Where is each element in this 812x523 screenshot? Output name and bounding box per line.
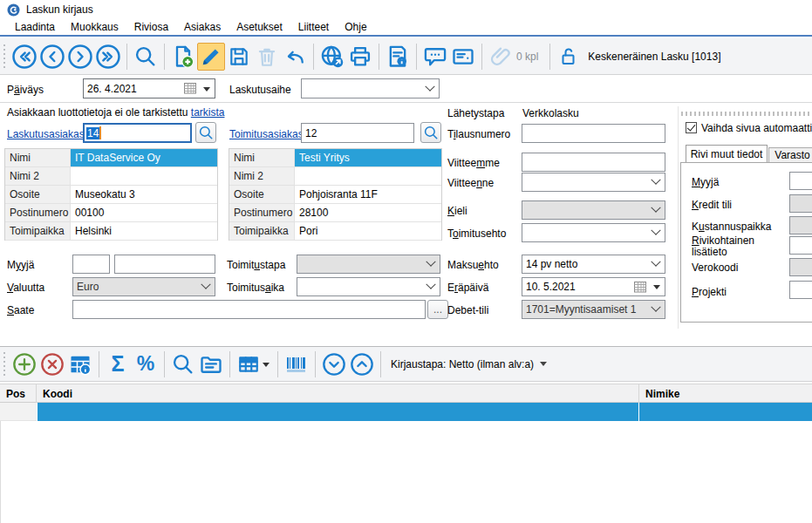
toimitustapa-label: Toimitustapa xyxy=(227,259,285,271)
send-invoice-letter-button[interactable] xyxy=(449,43,477,71)
toimitusasiakas-link[interactable]: Toimitusasiakas xyxy=(229,128,304,140)
search-invoice-button[interactable] xyxy=(132,43,160,71)
erapaiva-date-field[interactable]: 10. 5.2021 xyxy=(522,277,665,296)
erapaiva-value: 10. 5.2021 xyxy=(526,281,576,293)
chevron-down-icon xyxy=(201,280,210,289)
tilausnumero-input[interactable] xyxy=(522,124,665,143)
new-invoice-button[interactable] xyxy=(169,43,197,71)
menu-asetukset[interactable]: Asetukset xyxy=(229,19,290,35)
undo-button[interactable] xyxy=(281,43,309,71)
send-online-button[interactable] xyxy=(318,43,346,71)
toimitusaika-dropdown[interactable] xyxy=(297,277,440,296)
menu-muokkaus[interactable]: Muokkaus xyxy=(63,19,126,35)
auto-page-checkbox[interactable] xyxy=(686,122,697,133)
lock-status-button[interactable] xyxy=(555,43,583,71)
viitteemme-label: Viitteemme xyxy=(447,157,500,169)
projekti-input[interactable] xyxy=(789,281,812,299)
row-koodi-cell[interactable] xyxy=(38,403,638,421)
last-record-button[interactable] xyxy=(94,43,122,71)
paivays-date-field[interactable]: 26. 4.2021 xyxy=(83,78,215,98)
menu-riviosa[interactable]: Riviosa xyxy=(126,19,176,35)
kirjaustapa-dropdown[interactable]: Kirjaustapa: Netto (ilman alv:a) xyxy=(391,358,547,370)
grid-view-button[interactable] xyxy=(235,350,263,378)
saate-browse-button[interactable]: ... xyxy=(427,300,448,319)
column-header-pos[interactable]: Pos xyxy=(0,384,37,403)
laskutusasiakas-search-button[interactable] xyxy=(195,122,216,143)
row-value: Pori xyxy=(295,222,441,240)
print-preview-button[interactable] xyxy=(384,43,412,71)
envelope-icon xyxy=(451,44,475,69)
tab-varasto[interactable]: Varasto xyxy=(768,147,812,162)
valuutta-value: Euro xyxy=(77,281,99,293)
splitter-handle[interactable] xyxy=(681,112,812,116)
row-nimike-cell[interactable] xyxy=(639,403,812,421)
row-info-button[interactable] xyxy=(66,350,94,378)
kieli-dropdown[interactable] xyxy=(522,200,665,220)
grid-view-dropdown-arrow[interactable] xyxy=(263,363,270,367)
sum-button[interactable]: Σ xyxy=(104,350,132,378)
selected-invoice-row[interactable] xyxy=(0,403,812,421)
attachments-button[interactable] xyxy=(487,43,515,71)
date-dropdown-arrow[interactable] xyxy=(653,285,660,289)
verokoodi-input[interactable] xyxy=(789,258,812,276)
grid-left-border xyxy=(0,421,1,523)
myyja-name-input[interactable] xyxy=(114,255,215,274)
tab-rivi-muut-tiedot[interactable]: Rivi muut tiedot xyxy=(686,145,768,162)
table-row: Postinumero28100 xyxy=(229,204,441,222)
barcode-button[interactable] xyxy=(283,350,310,378)
first-record-button[interactable] xyxy=(10,43,38,71)
toimitusehto-dropdown[interactable] xyxy=(522,223,665,242)
laskutusaihe-dropdown[interactable] xyxy=(301,78,440,98)
panel-myyja-input[interactable] xyxy=(789,172,812,190)
saate-input[interactable] xyxy=(72,300,426,319)
menu-bar: Laadinta Muokkaus Riviosa Asiakas Asetuk… xyxy=(0,19,812,37)
viitteenne-dropdown[interactable] xyxy=(522,173,665,192)
toolbar-grip[interactable] xyxy=(3,44,6,69)
save-button[interactable] xyxy=(225,43,253,71)
table-row: Nimi 2 xyxy=(229,167,441,186)
toimitusasiakas-search-button[interactable] xyxy=(420,122,441,143)
kredit-tili-input[interactable] xyxy=(789,194,812,213)
rows-grid-header: Pos Koodi Nimike xyxy=(0,384,812,403)
percent-button[interactable]: % xyxy=(132,350,160,378)
next-record-button[interactable] xyxy=(66,43,94,71)
search-row-button[interactable] xyxy=(169,350,197,378)
laskutusasiakas-input[interactable]: 14 xyxy=(83,123,192,143)
valuutta-dropdown[interactable]: Euro xyxy=(72,277,215,296)
row-label: Osoite xyxy=(229,186,295,203)
maksuehto-dropdown[interactable]: 14 pv netto xyxy=(522,255,665,274)
paivays-value: 26. 4.2021 xyxy=(87,83,137,95)
open-product-list-button[interactable] xyxy=(197,350,225,378)
toolbar-grip[interactable] xyxy=(3,352,6,377)
debet-tili-dropdown[interactable]: 1701=Myyntisaamiset 1 xyxy=(522,300,665,319)
menu-ohje[interactable]: Ohje xyxy=(337,19,374,35)
move-row-up-button[interactable] xyxy=(348,350,376,378)
laskutusasiakas-link[interactable]: Laskutusasiakas xyxy=(7,128,85,140)
delete-row-button[interactable] xyxy=(38,350,66,378)
viitteemme-input[interactable] xyxy=(522,153,665,172)
myyja-code-input[interactable] xyxy=(72,255,110,274)
date-dropdown-arrow[interactable] xyxy=(203,87,210,92)
credit-check-link[interactable]: tarkista xyxy=(191,106,225,119)
column-header-koodi[interactable]: Koodi xyxy=(37,384,639,403)
globe-send-icon xyxy=(320,44,345,69)
menu-liitteet[interactable]: Liitteet xyxy=(290,19,337,35)
menu-asiakas[interactable]: Asiakas xyxy=(176,19,229,35)
toimitustapa-dropdown[interactable] xyxy=(297,255,440,274)
kustannuspaikka-input[interactable] xyxy=(789,216,812,234)
table-row: ToimipaikkaPori xyxy=(229,222,441,241)
invoice-rows-toolbar: Σ % Kirjaustapa: Netto (ilman alv:a) xyxy=(0,346,812,382)
add-row-button[interactable] xyxy=(10,350,38,378)
column-header-nimike[interactable]: Nimike xyxy=(639,384,812,403)
delete-button[interactable] xyxy=(253,43,281,71)
toimitusasiakas-input[interactable]: 12 xyxy=(301,123,414,143)
previous-record-button[interactable] xyxy=(38,43,66,71)
lahetystapa-label: Lähetystapa xyxy=(447,107,504,119)
print-button[interactable] xyxy=(346,43,374,71)
move-row-down-button[interactable] xyxy=(320,350,348,378)
comments-button[interactable] xyxy=(421,43,449,71)
menu-laadinta[interactable]: Laadinta xyxy=(7,19,63,35)
edit-invoice-button[interactable] xyxy=(197,43,225,71)
row-pos-cell[interactable] xyxy=(0,403,37,421)
rivikohtainen-lisatieto-input[interactable] xyxy=(789,236,812,255)
